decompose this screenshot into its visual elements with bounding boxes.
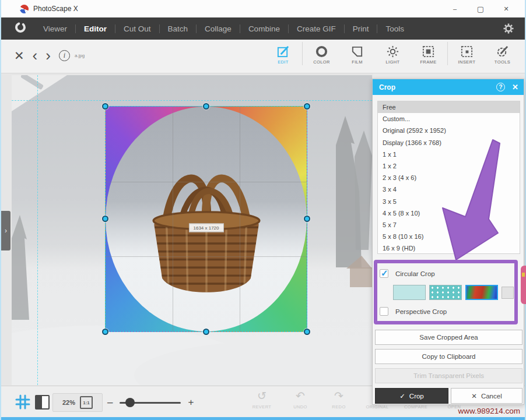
aspect-ratio-list: FreeCustom...Original (2592 x 1952)Displ… [377, 101, 520, 254]
history-revert[interactable]: ↺REVERT [243, 390, 281, 410]
window-title: PhotoScape X [33, 5, 78, 13]
ratio-option[interactable]: Display (1366 x 768) [378, 137, 520, 149]
help-icon[interactable]: ? [496, 83, 505, 91]
close-image-icon[interactable]: ✕ [14, 50, 24, 62]
maximize-button[interactable]: ▢ [468, 0, 493, 17]
ratio-option[interactable]: Custom... [378, 113, 520, 125]
frame-icon [422, 45, 435, 58]
ratio-option[interactable]: 16 x 9 (HD) [378, 242, 520, 254]
ratio-option[interactable]: 3 x 4 [378, 183, 520, 195]
crop-handle-sw[interactable] [102, 329, 108, 335]
history-undo[interactable]: ↶UNDO [281, 390, 320, 410]
ratio-option[interactable]: 1 x 2 [378, 160, 520, 172]
menu-item-collage[interactable]: Collage [197, 17, 240, 40]
ratio-option[interactable]: Free [378, 101, 520, 113]
tool-label: LIGHT [385, 59, 399, 65]
menu-item-viewer[interactable]: Viewer [35, 17, 75, 40]
grid-toggle-icon[interactable] [15, 394, 30, 412]
tool-label: COLOR [313, 59, 330, 65]
zoom-out-icon[interactable]: – [107, 397, 113, 408]
history-label: REDO [332, 404, 345, 410]
copy-to-clipboard-button[interactable]: Copy to Clipboard [375, 349, 523, 364]
crop-handle-s[interactable] [203, 329, 209, 335]
crop-handle-e[interactable] [304, 216, 310, 222]
crop-grid-line [106, 256, 307, 257]
menu-item-editor[interactable]: Editor [76, 17, 115, 40]
edge-marker-dot [522, 273, 525, 277]
watermark-text: www.989214.com [458, 407, 520, 415]
tools-icon [496, 45, 509, 58]
x-icon: ✕ [471, 392, 477, 400]
minimize-button[interactable]: – [442, 0, 468, 17]
menu-item-create-gif[interactable]: Create GIF [289, 17, 344, 40]
app-icon [20, 5, 29, 13]
tool-film[interactable]: FILM [339, 43, 375, 65]
previous-image-icon[interactable]: ‹ [33, 48, 38, 63]
crop-selection[interactable]: 1634 x 1720 [105, 106, 307, 332]
dim-overlay-left [12, 106, 105, 332]
crop-panel-header[interactable]: Crop ? ✕ [373, 79, 524, 95]
photoscape-window: PhotoScape X – ▢ ✕ ViewerEditorCut OutBa… [0, 0, 526, 420]
history-label: ORIGINAL [366, 404, 388, 410]
history-label: COMPARE [404, 404, 427, 410]
crop-handle-w[interactable] [102, 216, 108, 222]
toolbar-separator [447, 42, 448, 65]
ratio-option[interactable]: 3 x 5 [378, 196, 520, 207]
ratio-option[interactable]: 2 x 3 (4 x 6) [378, 172, 520, 183]
next-image-icon[interactable]: › [45, 48, 51, 63]
tool-label: EDIT [278, 59, 289, 65]
ratio-option[interactable]: Original (2592 x 1952) [378, 125, 520, 136]
crop-grid-line [240, 107, 240, 331]
zoom-in-icon[interactable]: + [188, 397, 194, 408]
menu-item-combine[interactable]: Combine [240, 17, 288, 40]
crop-panel: Crop ? ✕ FreeCustom...Original (2592 x 1… [372, 79, 524, 405]
history-redo[interactable]: ↷REDO [320, 390, 358, 410]
crop-handle-ne[interactable] [304, 103, 310, 110]
crop-panel-title: Crop [379, 83, 395, 91]
menu-item-tools[interactable]: Tools [377, 17, 412, 40]
menu-item-batch[interactable]: Batch [160, 17, 197, 40]
crop-handle-se[interactable] [304, 329, 310, 335]
tool-insert[interactable]: INSERT [449, 43, 485, 65]
tool-light[interactable]: LIGHT [375, 43, 411, 65]
tool-color[interactable]: COLOR [304, 43, 339, 65]
tool-frame[interactable]: FRAME [411, 43, 446, 65]
crop-handle-n[interactable] [203, 103, 209, 110]
crop-size-badge: 1634 x 1720 [188, 224, 223, 232]
zoom-slider-knob[interactable] [125, 398, 135, 407]
menu-item-cut-out[interactable]: Cut Out [115, 17, 159, 40]
crop-grid-line [173, 107, 173, 331]
tool-tools[interactable]: TOOLS [485, 43, 520, 65]
annotation-highlight-box [374, 260, 518, 324]
tool-label: FILM [352, 59, 363, 65]
settings-gear-icon[interactable] [503, 23, 514, 37]
panel-close-icon[interactable]: ✕ [512, 83, 518, 91]
ratio-option[interactable]: 1 x 1 [378, 149, 520, 160]
tool-edit[interactable]: EDIT [265, 43, 301, 65]
photoscape-logo-icon[interactable] [14, 21, 27, 36]
cancel-button[interactable]: ✕ Cancel [451, 388, 523, 404]
info-icon[interactable]: i [59, 50, 70, 61]
zoom-level[interactable]: 22% [62, 399, 75, 406]
menu-item-print[interactable]: Print [345, 17, 377, 40]
edge-marker [521, 266, 526, 304]
photo-preview[interactable]: 1634 x 1720 [12, 75, 372, 385]
save-cropped-area-button[interactable]: Save Cropped Area [375, 330, 523, 345]
redo-icon: ↷ [334, 390, 343, 403]
tool-label: INSERT [458, 59, 476, 65]
trim-transparent-pixels-button: Trim Transparent Pixels [375, 368, 523, 383]
split-view-icon[interactable] [35, 395, 50, 410]
close-button[interactable]: ✕ [493, 0, 519, 17]
crop-handle-nw[interactable] [102, 103, 108, 110]
sidebar-expand-tab[interactable]: › [1, 211, 10, 250]
ratio-option[interactable]: 4 x 5 (8 x 10) [378, 207, 520, 219]
ratio-option[interactable]: 5 x 8 (10 x 16) [378, 231, 520, 242]
crop-button[interactable]: ✓ Crop [375, 388, 448, 404]
zoom-slider[interactable] [120, 402, 181, 404]
ratio-option[interactable]: 5 x 7 [378, 219, 520, 231]
undo-icon: ↶ [296, 390, 305, 403]
cancel-button-label: Cancel [481, 393, 502, 400]
light-icon [386, 45, 399, 58]
menu-items: ViewerEditorCut OutBatchCollageCombineCr… [35, 17, 412, 40]
actual-size-button[interactable]: 1:1 [80, 396, 93, 409]
